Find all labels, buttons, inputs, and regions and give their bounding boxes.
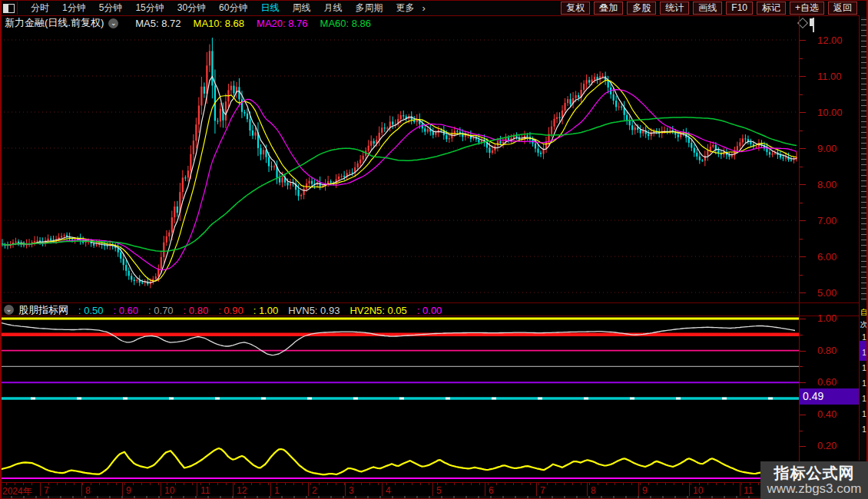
price-tick-label: 8.00 — [817, 179, 856, 190]
indicator-chevron-icon[interactable]: ⌄ — [4, 305, 14, 315]
price-tick — [800, 94, 803, 95]
toolbar-button-+自选[interactable]: +自选 — [790, 2, 824, 15]
time-axis-label: 11 — [744, 485, 753, 496]
period-tab-日线[interactable]: 日线 — [260, 2, 279, 15]
watermark-title: 指标公式网 — [774, 464, 855, 481]
time-axis-label: 6 — [489, 485, 494, 496]
layout-toggle-button[interactable] — [0, 2, 18, 15]
time-tick — [530, 483, 531, 485]
indicator-value: HV2N5: 0.05 — [350, 305, 406, 316]
indicator-value-badge: 0.49 — [800, 388, 859, 405]
toolbar-button-标记[interactable]: 标记 — [757, 2, 786, 15]
candlestick-chart[interactable] — [0, 15, 799, 303]
time-tick — [496, 483, 497, 485]
period-tab-60分钟[interactable]: 60分钟 — [219, 2, 247, 15]
time-tick — [640, 483, 641, 485]
symbol-title: 新力金融(日线.前复权) — [5, 16, 104, 30]
collapse-chevron-icon[interactable]: ⌄ — [108, 18, 118, 28]
time-tick — [395, 483, 396, 485]
time-tick — [505, 483, 505, 485]
time-tick — [293, 483, 294, 485]
time-tick — [369, 483, 370, 485]
period-tab-更多[interactable]: 更多 — [396, 2, 414, 15]
time-tick — [758, 483, 759, 485]
price-tick-label: 10.00 — [817, 107, 856, 118]
time-tick — [361, 483, 362, 485]
period-tab-30分钟[interactable]: 30分钟 — [177, 2, 206, 15]
time-tick — [82, 483, 83, 485]
indicator-value: : 0.50 — [78, 305, 104, 316]
toolbar-button-复权[interactable]: 复权 — [561, 2, 590, 15]
time-tick — [615, 483, 615, 485]
time-tick — [471, 483, 472, 485]
month-separator — [587, 483, 588, 497]
time-axis-label: 10 — [693, 485, 703, 496]
main-chart-pane[interactable]: 新力金融(日线.前复权) ⌄ MA5: 8.72MA10: 8.68MA20: … — [0, 15, 868, 303]
toolbar-button-返回[interactable]: 返回 — [828, 2, 857, 15]
month-separator — [81, 483, 82, 497]
time-tick — [327, 483, 328, 485]
toolbar-button-多股[interactable]: 多股 — [627, 2, 656, 15]
time-tick — [91, 483, 91, 485]
period-tab-1分钟[interactable]: 1分钟 — [62, 2, 86, 15]
period-tab-周线[interactable]: 周线 — [292, 2, 310, 15]
time-tick — [648, 483, 649, 485]
toolbar-button-F10[interactable]: F10 — [726, 2, 753, 15]
price-tick — [800, 131, 803, 131]
month-separator — [689, 483, 690, 497]
indicator-pane[interactable]: 1.000.800.600.400.20 — [0, 316, 868, 481]
time-tick — [555, 483, 556, 485]
more-arrow-icon[interactable]: › — [422, 2, 425, 14]
period-tab-多周期[interactable]: 多周期 — [355, 2, 383, 15]
time-axis-label: 7 — [540, 485, 545, 496]
time-tick — [150, 483, 151, 485]
time-tick — [462, 483, 463, 485]
price-tick — [800, 112, 806, 113]
price-tick — [800, 76, 806, 77]
time-axis-label: 9 — [126, 485, 131, 496]
indicator-tick-label: 0.60 — [817, 376, 856, 388]
time-tick — [665, 483, 666, 485]
month-separator — [308, 483, 309, 497]
indicator-value: : 1.00 — [253, 305, 279, 316]
price-tick-label: 5.00 — [817, 287, 856, 299]
time-tick — [547, 483, 548, 485]
indicator-chart[interactable] — [0, 316, 799, 481]
time-tick — [691, 483, 691, 485]
toolbar-button-画线[interactable]: 画线 — [693, 2, 722, 15]
time-tick — [724, 483, 725, 485]
period-tab-分时[interactable]: 分时 — [31, 2, 49, 15]
toolbar-button-叠加[interactable]: 叠加 — [594, 2, 623, 15]
period-tab-15分钟[interactable]: 15分钟 — [135, 2, 164, 15]
time-tick — [522, 483, 522, 485]
time-tick — [623, 483, 624, 485]
time-axis-label: 8 — [85, 485, 91, 496]
chart-title-row: 新力金融(日线.前复权) ⌄ MA5: 8.72MA10: 8.68MA20: … — [5, 17, 371, 29]
indicator-value: : 0.60 — [114, 305, 139, 316]
time-tick — [572, 483, 573, 485]
month-separator — [536, 483, 537, 497]
price-tick-label: 6.00 — [817, 251, 856, 263]
period-tab-月线[interactable]: 月线 — [323, 2, 342, 15]
indicator-tick — [800, 382, 806, 383]
indicator-tick — [800, 319, 806, 319]
axis-separator-line — [799, 15, 800, 496]
period-toolbar: 分时1分钟5分钟15分钟30分钟60分钟日线周线月线多周期更多› 复权叠加多股统… — [0, 0, 868, 16]
time-tick — [175, 483, 176, 485]
time-tick — [310, 483, 311, 485]
price-tick — [800, 40, 806, 41]
indicator-values: : 0.50: 0.60: 0.70: 0.80: 0.90: 1.00HVN5… — [68, 303, 442, 317]
price-tick — [800, 58, 803, 59]
toolbar-button-统计[interactable]: 统计 — [660, 2, 689, 15]
time-tick — [538, 483, 539, 485]
time-axis-label: 9 — [642, 485, 648, 496]
split-window-icon — [3, 4, 15, 13]
site-watermark: 指标公式网 www.zbgs3.com — [760, 461, 868, 499]
month-separator — [740, 483, 740, 497]
panel-split-icon[interactable] — [813, 18, 814, 32]
time-axis-label: 12 — [237, 485, 247, 496]
time-axis-label: 4 — [386, 485, 391, 496]
period-tab-5分钟[interactable]: 5分钟 — [99, 2, 123, 15]
indicator-value: : 0.90 — [218, 305, 244, 316]
time-axis-label: 1 — [274, 485, 280, 496]
